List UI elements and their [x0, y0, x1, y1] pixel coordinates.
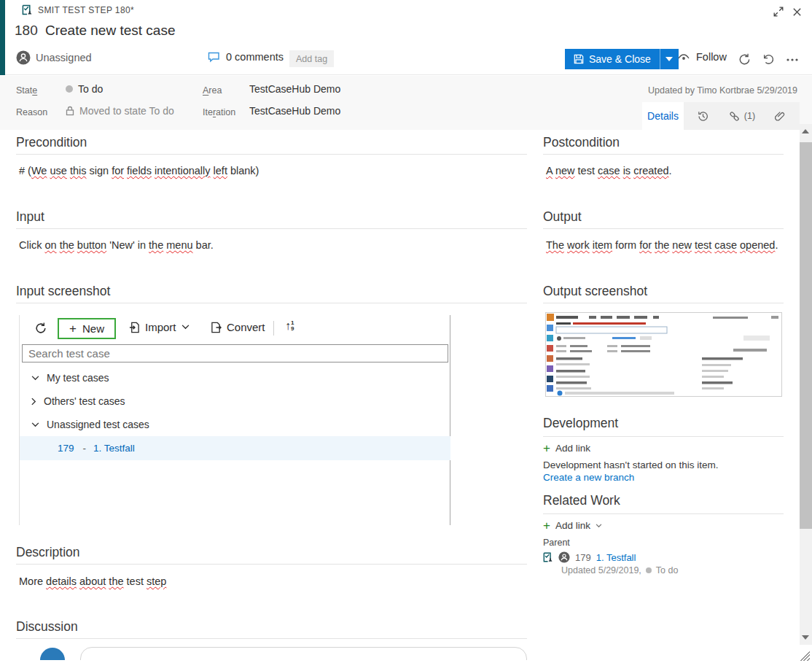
tree-item-label: Unassigned test cases: [47, 419, 149, 430]
close-icon[interactable]: [792, 5, 805, 18]
chevron-down-icon: [31, 422, 39, 427]
add-tag-button[interactable]: Add tag: [289, 50, 334, 67]
bottom-edge: [0, 660, 812, 663]
iteration-label: Iteration: [203, 107, 235, 117]
expand-icon[interactable]: [773, 5, 786, 18]
meta-band: State To do Reason Moved to state To do …: [0, 76, 812, 130]
output-screenshot-thumbnail[interactable]: [545, 312, 782, 397]
development-title: Development: [543, 416, 784, 431]
updated-by-text: Updated by Timo Kortbrae 5/29/2019: [648, 85, 797, 96]
pictured-selected-test-case-row: 179 - 1. Testfall: [20, 436, 450, 460]
toolbar-separator: [273, 321, 274, 336]
undo-icon[interactable]: [762, 50, 779, 68]
input-screenshot-title: Input screenshot: [16, 284, 527, 299]
reason-label: Reason: [16, 107, 47, 117]
divider: [16, 154, 527, 155]
create-branch-link[interactable]: Create a new branch: [543, 472, 634, 483]
pictured-refresh-icon: [34, 322, 47, 335]
comment-bubble-icon: [208, 51, 220, 63]
description-title: Description: [16, 545, 527, 560]
pictured-convert-label: Convert: [227, 321, 265, 333]
more-options-icon[interactable]: [785, 50, 803, 68]
area-label: Area: [203, 85, 222, 96]
test-case-id: 179: [58, 443, 74, 454]
form-tabs: Details (1): [642, 102, 800, 130]
lock-icon: [66, 106, 74, 116]
save-options-dropdown[interactable]: [660, 49, 679, 69]
plus-icon: +: [543, 443, 550, 453]
related-add-link-button[interactable]: + Add link: [543, 520, 602, 531]
pictured-toolbar: + New Import: [20, 315, 450, 341]
output-screenshot-title: Output screenshot: [543, 284, 784, 299]
divider: [543, 154, 784, 155]
output-field[interactable]: The work item form for the new test case…: [546, 239, 782, 251]
pictured-import-button: Import: [129, 321, 190, 333]
workitem-title-field[interactable]: Create new test case: [45, 23, 175, 39]
divider: [16, 564, 527, 565]
test-case-type-icon: [543, 552, 553, 562]
avatar-icon: [558, 551, 570, 563]
assignee-label: Unassigned: [36, 52, 92, 63]
follow-button[interactable]: Follow: [677, 51, 727, 63]
iteration-field[interactable]: TestCaseHub Demo: [249, 105, 340, 117]
resize-grip[interactable]: [799, 650, 810, 661]
chevron-right-icon: [31, 398, 36, 406]
workitem-type-color-bar: [0, 0, 5, 75]
comments-count-label: 0 comments: [226, 51, 284, 63]
links-count: (1): [744, 111, 755, 121]
save-and-close-label: Save & Close: [589, 53, 651, 65]
assignee-picker[interactable]: Unassigned: [16, 50, 92, 65]
divider: [16, 228, 527, 229]
state-dot-icon: [66, 85, 73, 93]
parent-item-id: 179: [575, 552, 591, 563]
development-status-text: Development hasn't started on this item.: [543, 460, 718, 470]
parent-item-link[interactable]: 1. Testfall: [596, 552, 636, 563]
development-add-link-button[interactable]: + Add link: [543, 443, 590, 454]
input-title: Input: [16, 209, 527, 225]
scrollbar-thumb[interactable]: [800, 142, 812, 529]
test-step-icon: [22, 4, 33, 15]
follow-eye-icon: [677, 52, 690, 62]
scroll-up-arrow[interactable]: [802, 129, 809, 133]
pictured-convert-button: Convert: [211, 321, 265, 333]
plus-icon: +: [69, 322, 77, 336]
state-dot-icon: [646, 567, 652, 573]
parent-updated-text: Updated 5/29/2019,: [561, 565, 641, 575]
divider: [16, 638, 527, 639]
input-field[interactable]: Click on the button 'New' in the menu ba…: [19, 239, 522, 251]
comments-link[interactable]: 0 comments: [208, 51, 284, 63]
pictured-tree-item-my-test-cases: My test cases: [20, 366, 450, 389]
description-field[interactable]: More details about the test step: [19, 575, 522, 587]
input-screenshot-image[interactable]: + New Import: [19, 315, 450, 525]
save-icon: [574, 54, 584, 64]
scroll-down-arrow[interactable]: [802, 635, 809, 640]
refresh-icon[interactable]: [738, 50, 755, 68]
pictured-import-label: Import: [145, 321, 176, 333]
reason-field: Moved to state To do: [66, 105, 174, 117]
precondition-title: Precondition: [16, 135, 527, 150]
chevron-down-icon: [596, 524, 602, 528]
save-and-close-button[interactable]: Save & Close: [565, 49, 660, 69]
state-field[interactable]: To do: [66, 83, 103, 95]
title-bar: SMIT TEST STEP 180* 180 Create new test …: [0, 0, 812, 75]
tab-links[interactable]: (1): [722, 102, 761, 130]
dash: -: [83, 443, 87, 454]
area-field[interactable]: TestCaseHub Demo: [249, 83, 340, 95]
divider: [543, 513, 784, 514]
reason-value: Moved to state To do: [79, 105, 174, 117]
tab-details[interactable]: Details: [642, 102, 684, 130]
pictured-sort-icon: ↑ 1 9: [285, 319, 294, 333]
divider: [543, 436, 784, 437]
convert-icon: [211, 322, 222, 333]
tree-item-label: Others' test cases: [44, 395, 125, 407]
tab-history[interactable]: [684, 102, 722, 130]
postcondition-field[interactable]: A new test case is created.: [546, 165, 782, 177]
related-add-link-label: Add link: [555, 520, 590, 531]
precondition-field[interactable]: # (We use this sign for fields intention…: [19, 165, 522, 177]
tab-attachments[interactable]: [761, 102, 800, 130]
state-value: To do: [78, 83, 103, 95]
parent-work-item-row[interactable]: 179 1. Testfall: [543, 551, 636, 563]
vertical-scrollbar[interactable]: [800, 124, 812, 645]
pictured-tree-item-unassigned-test-cases: Unassigned test cases: [20, 413, 450, 436]
development-add-link-label: Add link: [555, 443, 590, 454]
